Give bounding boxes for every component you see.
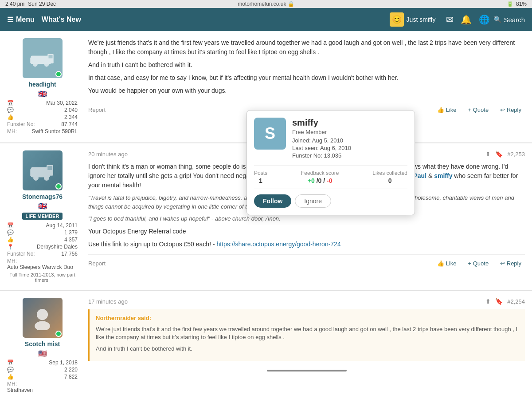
quote-button-stonemags[interactable]: + Quote xyxy=(465,258,493,269)
feedback-value: +0 /0 / -0 xyxy=(301,177,339,184)
flag-scotchmist: 🇺🇸 xyxy=(7,349,78,358)
search-button[interactable]: 🔍 Search xyxy=(493,16,525,24)
avatar-scotchmist xyxy=(23,298,63,338)
popup-stat-posts: Posts 1 xyxy=(254,170,267,184)
search-label: Search xyxy=(504,16,525,24)
page-content: headlight 🇬🇧 📅 Mar 30, 2022 💬 2,040 👍 2,… xyxy=(0,31,532,399)
popup-stat-likes: Likes collected 0 xyxy=(372,170,407,184)
like-button-headlight[interactable]: 👍 Like xyxy=(434,105,460,115)
post-num-stonemags: #2,253 xyxy=(507,151,525,158)
svg-point-2 xyxy=(33,62,38,67)
status-bar: 2:40 pm Sun 29 Dec motorhomefun.co.uk 🔒 … xyxy=(0,0,532,8)
svg-point-8 xyxy=(33,175,39,181)
nav-username: Just smiffy xyxy=(407,16,436,23)
popup-stat-feedback: Feedback score +0 /0 / -0 xyxy=(301,170,339,184)
globe-icon[interactable]: 🌐 xyxy=(479,14,490,25)
member-badge-stonemags: LIFE MEMBER xyxy=(22,213,63,220)
post-actions-stonemags: 👍 Like + Quote ↩ Reply xyxy=(434,258,525,269)
post-scotchmist: Scotch mist 🇺🇸 📅 Sep 1, 2018 💬 2,220 👍 7… xyxy=(0,291,532,399)
popup-buttons: Follow Ignore xyxy=(254,194,407,208)
menu-label: Menu xyxy=(16,16,35,24)
post-time-stonemags: 20 minutes ago xyxy=(88,151,128,158)
online-dot-headlight xyxy=(55,71,62,77)
bookmark-icon-stonemags[interactable]: 🔖 xyxy=(495,150,503,158)
envelope-icon[interactable]: ✉ xyxy=(446,14,454,25)
popup-header: S smiffy Free Member Joined: Aug 5, 2010… xyxy=(254,118,407,160)
popup-joined: Joined: Aug 5, 2010 xyxy=(292,137,407,144)
popup-info: smiffy Free Member Joined: Aug 5, 2010 L… xyxy=(292,118,407,160)
popup-stats: Posts 1 Feedback score +0 /0 / -0 Likes … xyxy=(254,165,407,189)
svg-point-9 xyxy=(44,175,49,181)
stats-stonemags: 📅 Aug 14, 2011 💬 1,379 👍 4,357 📍 Derbysh… xyxy=(7,222,78,270)
battery-level: 81% xyxy=(516,1,527,7)
avatar-stonemags xyxy=(23,150,63,190)
ignore-button[interactable]: Ignore xyxy=(295,194,331,208)
username-scotchmist: Scotch mist xyxy=(7,340,78,348)
post-text-headlight: We're just friends that's it and the fir… xyxy=(88,38,525,95)
post-text-scotchmist: Northernraider said: We're just friends … xyxy=(88,309,525,371)
post-footer-stonemags: Report 👍 Like + Quote ↩ Reply xyxy=(88,254,525,269)
popup-role: Free Member xyxy=(292,129,407,135)
post-meta-stonemags: ⬆ 🔖 #2,253 xyxy=(485,150,525,158)
scroll-indicator xyxy=(88,370,525,371)
avatar-headlight xyxy=(23,38,63,78)
user-sidebar-headlight: headlight 🇬🇧 📅 Mar 30, 2022 💬 2,040 👍 2,… xyxy=(7,38,85,135)
quote-block-scotchmist: Northernraider said: We're just friends … xyxy=(88,309,525,361)
post-header-scotchmist: 17 minutes ago ⬆ 🔖 #2,254 xyxy=(88,298,525,305)
menu-button[interactable]: ☰ Menu xyxy=(7,16,35,24)
user-info[interactable]: 😊 Just smiffy xyxy=(390,12,436,27)
svg-point-13 xyxy=(35,321,50,330)
lock-icon: 🔒 xyxy=(288,1,294,7)
hamburger-icon: ☰ xyxy=(7,16,13,24)
post-num-scotchmist: #2,254 xyxy=(507,298,525,305)
share-icon-stonemags[interactable]: ⬆ xyxy=(485,150,491,158)
svg-rect-7 xyxy=(30,169,34,176)
reply-button-stonemags[interactable]: ↩ Reply xyxy=(497,258,525,269)
time: 2:40 pm xyxy=(5,1,24,7)
popup-lastseen: Last seen: Aug 6, 2010 xyxy=(292,145,407,151)
svg-rect-5 xyxy=(48,55,52,59)
stats-scotchmist: 📅 Sep 1, 2018 💬 2,220 👍 7,822 MH: Strath… xyxy=(7,359,78,393)
report-link-stonemags[interactable]: Report xyxy=(88,260,106,267)
flag-headlight: 🇬🇧 xyxy=(7,90,78,98)
bookmark-icon-scotchmist[interactable]: 🔖 xyxy=(495,298,503,305)
username-headlight: headlight xyxy=(7,81,78,88)
popup-funster: Funster No: 13,035 xyxy=(292,152,407,159)
user-sidebar-scotchmist: Scotch mist 🇺🇸 📅 Sep 1, 2018 💬 2,220 👍 7… xyxy=(7,298,85,394)
battery-icon: 🔋 xyxy=(507,1,513,7)
smiffy-popup: S smiffy Free Member Joined: Aug 5, 2010… xyxy=(246,110,415,215)
nav-user-avatar: 😊 xyxy=(390,12,404,27)
post-time-scotchmist: 17 minutes ago xyxy=(88,298,128,305)
date: Sun 29 Dec xyxy=(28,1,56,7)
bell-icon[interactable]: 🔔 xyxy=(461,14,472,25)
post-content-scotchmist: 17 minutes ago ⬆ 🔖 #2,254 Northernraider… xyxy=(85,298,525,394)
stats-headlight: 📅 Mar 30, 2022 💬 2,040 👍 2,344 Funster N… xyxy=(7,100,78,134)
report-link-headlight[interactable]: Report xyxy=(88,107,106,113)
quote-author-scotchmist: Northernraider said: xyxy=(96,314,519,323)
flag-stonemags: 🇬🇧 xyxy=(7,202,78,210)
popup-avatar: S xyxy=(254,118,286,150)
nav-bar: ☰ Menu What's New 😊 Just smiffy ✉ 🔔 🌐 🔍 … xyxy=(0,8,532,31)
search-icon: 🔍 xyxy=(493,16,502,24)
popup-name: smiffy xyxy=(292,118,407,128)
svg-point-12 xyxy=(37,309,48,320)
whats-new-button[interactable]: What's New xyxy=(42,16,81,24)
follow-button[interactable]: Follow xyxy=(254,194,291,208)
svg-rect-1 xyxy=(30,57,34,63)
octopus-link[interactable]: https://share.octopus.energy/good-heron-… xyxy=(217,241,341,248)
like-button-stonemags[interactable]: 👍 Like xyxy=(434,258,460,269)
online-dot-scotchmist xyxy=(55,331,62,337)
post-actions-headlight: 👍 Like + Quote ↩ Reply xyxy=(434,105,525,115)
online-dot-stonemags xyxy=(55,183,62,190)
svg-rect-11 xyxy=(47,166,52,170)
share-icon-scotchmist[interactable]: ⬆ xyxy=(485,298,491,305)
username-stonemags: Stonemags76 xyxy=(7,193,78,200)
user-sidebar-stonemags: Stonemags76 🇬🇧 LIFE MEMBER 📅 Aug 14, 201… xyxy=(7,150,85,283)
post-meta-scotchmist: ⬆ 🔖 #2,254 xyxy=(485,298,525,305)
reply-button-headlight[interactable]: ↩ Reply xyxy=(497,105,525,115)
exp-stonemags: Full Time 2011-2013, now part timers! xyxy=(7,272,78,283)
quote-button-headlight[interactable]: + Quote xyxy=(465,105,493,115)
link-smiffy[interactable]: smiffy xyxy=(434,172,452,179)
whats-new-label: What's New xyxy=(42,16,81,23)
url: motorhomefun.co.uk xyxy=(238,1,286,7)
